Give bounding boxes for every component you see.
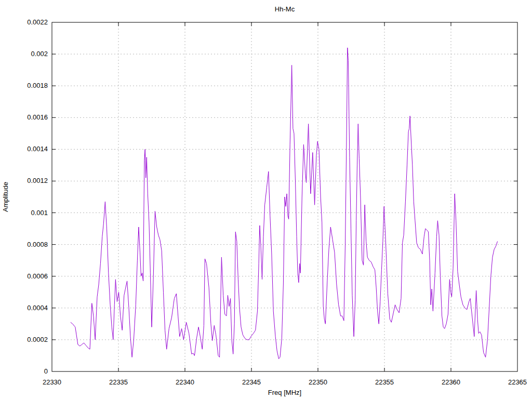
x-tick-label: 22360 — [442, 378, 460, 386]
x-tick-label: 22355 — [375, 378, 394, 386]
y-tick-label: 0.0014 — [27, 145, 48, 153]
chart-title: Hh-Mc — [275, 5, 295, 13]
y-tick-label: 0.0002 — [27, 336, 48, 343]
line-chart: 2233022335223402234522350223552236022365… — [0, 0, 532, 399]
x-tick-label: 22335 — [109, 378, 128, 386]
y-tick-label: 0.0012 — [27, 177, 48, 184]
y-tick-label: 0.001 — [31, 209, 48, 217]
y-tick-label: 0 — [44, 367, 48, 375]
x-tick-label: 22345 — [242, 378, 261, 386]
x-tick-label: 22350 — [309, 378, 327, 386]
axis-tick-labels: 2233022335223402234522350223552236022365… — [27, 18, 527, 386]
y-tick-label: 0.0016 — [27, 113, 48, 121]
y-tick-label: 0.0018 — [27, 82, 48, 89]
y-tick-label: 0.0004 — [27, 304, 48, 312]
y-tick-label: 0.0008 — [27, 241, 48, 248]
x-tick-label: 22330 — [43, 378, 61, 386]
y-tick-label: 0.0022 — [27, 18, 48, 26]
x-tick-label: 22365 — [508, 378, 527, 386]
data-series-line — [71, 48, 498, 359]
x-axis-label: Freq [MHz] — [268, 389, 301, 396]
y-tick-label: 0.002 — [31, 50, 48, 58]
y-axis-label: Amplitude — [2, 182, 9, 212]
chart-container: 2233022335223402234522350223552236022365… — [0, 0, 532, 399]
x-tick-label: 22340 — [176, 378, 194, 386]
y-tick-label: 0.0006 — [27, 272, 48, 280]
